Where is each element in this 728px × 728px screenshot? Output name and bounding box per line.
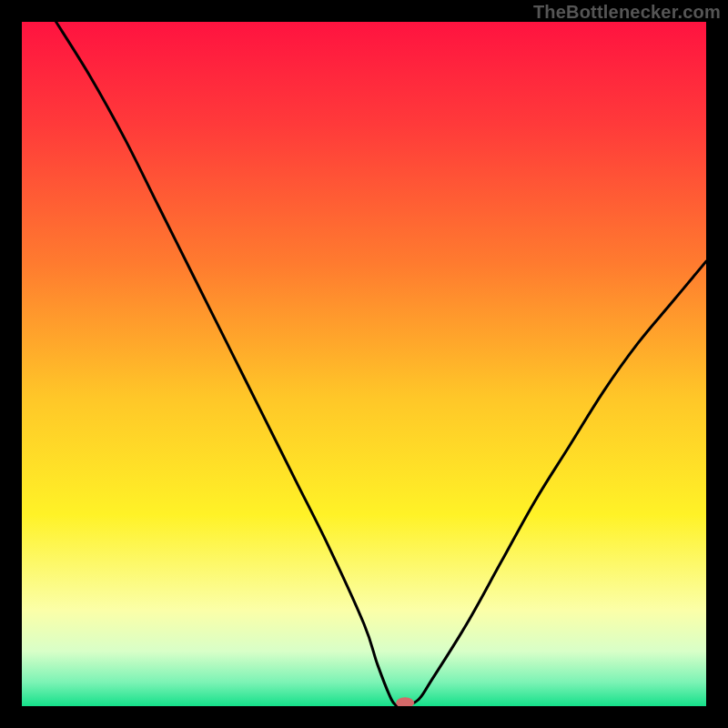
chart-svg	[22, 22, 706, 706]
chart-stage: TheBottlenecker.com	[0, 0, 728, 728]
plot-area	[22, 22, 706, 706]
gradient-background	[22, 22, 706, 706]
attribution-text: TheBottlenecker.com	[533, 2, 721, 23]
